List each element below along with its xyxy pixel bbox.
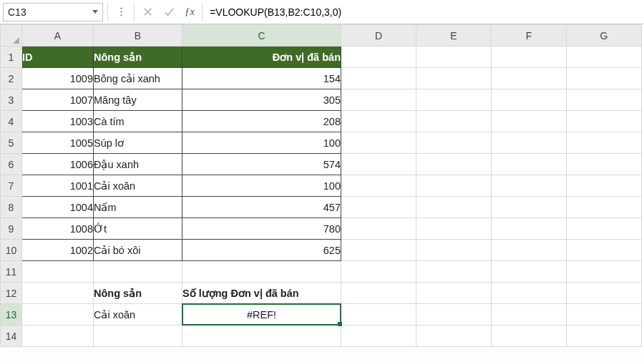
cell-F5[interactable] (492, 132, 567, 154)
cell-C9[interactable]: 780 (182, 218, 341, 240)
cell-A2[interactable]: 1009 (22, 68, 94, 89)
col-head-F[interactable]: F (492, 25, 567, 47)
cell-D8[interactable] (341, 197, 416, 218)
cell-D12[interactable] (341, 283, 416, 304)
col-head-A[interactable]: A (22, 25, 94, 47)
cell-G6[interactable] (567, 154, 642, 175)
cell-E12[interactable] (416, 283, 492, 304)
cell-D7[interactable] (341, 175, 416, 197)
cell-C4[interactable]: 208 (182, 111, 341, 132)
cell-E10[interactable] (416, 240, 492, 261)
row-head-11[interactable]: 11 (1, 261, 22, 283)
cell-B7[interactable]: Cải xoăn (94, 175, 182, 197)
cell-G4[interactable] (567, 111, 642, 132)
cell-D10[interactable] (341, 240, 416, 261)
cell-F12[interactable] (492, 283, 567, 304)
cell-A3[interactable]: 1007 (22, 89, 94, 111)
cell-G11[interactable] (567, 261, 642, 283)
cell-G12[interactable] (567, 283, 642, 304)
cell-A12[interactable] (22, 283, 94, 304)
cell-A14[interactable] (22, 326, 94, 347)
cell-C12[interactable]: Số lượng Đơn vị đã bán (182, 283, 341, 304)
spreadsheet-grid[interactable]: ABCDEFG1IDNông sảnĐơn vị đã bán21009Bông… (0, 24, 644, 347)
cell-C7[interactable]: 100 (182, 175, 341, 197)
row-head-8[interactable]: 8 (1, 197, 22, 218)
cell-A11[interactable] (22, 261, 94, 283)
cell-B14[interactable] (94, 326, 182, 347)
cell-G10[interactable] (567, 240, 642, 261)
cell-C14[interactable] (182, 326, 341, 347)
cell-G1[interactable] (567, 47, 642, 68)
name-box[interactable]: C13 (3, 3, 103, 21)
cell-G5[interactable] (567, 132, 642, 154)
cell-C13[interactable]: #REF! (182, 304, 341, 326)
cell-B13[interactable]: Cải xoăn (94, 304, 182, 326)
cell-D11[interactable] (341, 261, 416, 283)
row-head-2[interactable]: 2 (1, 68, 22, 89)
cell-D9[interactable] (341, 218, 416, 240)
cell-E4[interactable] (416, 111, 492, 132)
cell-G8[interactable] (567, 197, 642, 218)
cell-F7[interactable] (492, 175, 567, 197)
row-head-7[interactable]: 7 (1, 175, 22, 197)
row-head-12[interactable]: 12 (1, 283, 22, 304)
row-head-10[interactable]: 10 (1, 240, 22, 261)
cell-A1[interactable]: ID (22, 47, 94, 68)
col-head-G[interactable]: G (567, 25, 642, 47)
confirm-icon[interactable] (160, 4, 177, 21)
cell-F2[interactable] (492, 68, 567, 89)
cell-F10[interactable] (492, 240, 567, 261)
cancel-icon[interactable] (139, 4, 156, 21)
cell-G7[interactable] (567, 175, 642, 197)
cell-A4[interactable]: 1003 (22, 111, 94, 132)
cell-E1[interactable] (416, 47, 492, 68)
cell-G9[interactable] (567, 218, 642, 240)
cell-D6[interactable] (341, 154, 416, 175)
cell-E13[interactable] (416, 304, 492, 326)
select-all-corner[interactable] (1, 25, 22, 47)
cell-B1[interactable]: Nông sản (94, 47, 182, 68)
cell-D4[interactable] (341, 111, 416, 132)
cell-G13[interactable] (567, 304, 642, 326)
cell-G3[interactable] (567, 89, 642, 111)
cell-F8[interactable] (492, 197, 567, 218)
cell-E8[interactable] (416, 197, 492, 218)
cell-B10[interactable]: Cải bó xôi (94, 240, 182, 261)
cell-E6[interactable] (416, 154, 492, 175)
cell-A5[interactable]: 1005 (22, 132, 94, 154)
cell-B12[interactable]: Nông sản (94, 283, 182, 304)
col-head-D[interactable]: D (341, 25, 416, 47)
row-head-1[interactable]: 1 (1, 47, 22, 68)
cell-B5[interactable]: Súp lơ (94, 132, 182, 154)
formula-input[interactable] (207, 3, 641, 21)
cell-F3[interactable] (492, 89, 567, 111)
cell-D3[interactable] (341, 89, 416, 111)
cell-A7[interactable]: 1001 (22, 175, 94, 197)
cell-F6[interactable] (492, 154, 567, 175)
cell-C5[interactable]: 100 (182, 132, 341, 154)
col-head-C[interactable]: C (182, 25, 341, 47)
cell-B11[interactable] (94, 261, 182, 283)
cell-F14[interactable] (492, 326, 567, 347)
cell-D5[interactable] (341, 132, 416, 154)
cell-E2[interactable] (416, 68, 492, 89)
row-head-3[interactable]: 3 (1, 89, 22, 111)
col-head-B[interactable]: B (94, 25, 182, 47)
cell-F11[interactable] (492, 261, 567, 283)
cell-C11[interactable] (182, 261, 341, 283)
cell-E11[interactable] (416, 261, 492, 283)
cell-A6[interactable]: 1006 (22, 154, 94, 175)
row-head-13[interactable]: 13 (1, 304, 22, 326)
cell-F13[interactable] (492, 304, 567, 326)
cell-F4[interactable] (492, 111, 567, 132)
cell-E9[interactable] (416, 218, 492, 240)
cell-C1[interactable]: Đơn vị đã bán (182, 47, 341, 68)
cell-G2[interactable] (567, 68, 642, 89)
col-head-E[interactable]: E (416, 25, 492, 47)
fx-icon[interactable]: ƒx (182, 6, 197, 18)
cell-A13[interactable] (22, 304, 94, 326)
cell-C3[interactable]: 305 (182, 89, 341, 111)
cell-B6[interactable]: Đậu xanh (94, 154, 182, 175)
cell-F9[interactable] (492, 218, 567, 240)
cell-E14[interactable] (416, 326, 492, 347)
